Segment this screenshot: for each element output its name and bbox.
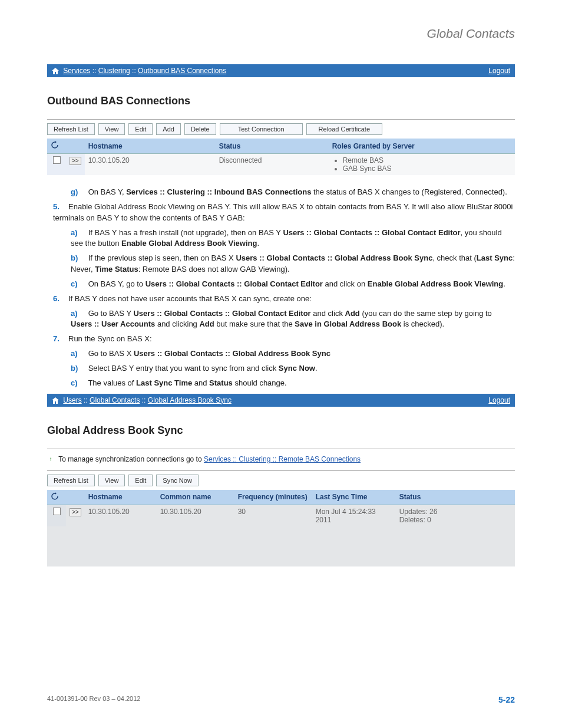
toolbar-2: Refresh List View Edit Sync Now [47,475,515,486]
divider [47,449,515,449]
breadcrumb-link[interactable]: Clustering [98,67,130,75]
table-row[interactable]: >> 10.30.105.20 Disconnected Remote BAS … [47,154,515,176]
breadcrumb-link[interactable]: Users [63,396,81,404]
section-title-outbound: Outbound BAS Connections [47,95,515,107]
refresh-icon-header[interactable] [47,490,66,505]
breadcrumb-sep: :: [142,396,148,404]
row-checkbox[interactable] [53,156,61,164]
table-row[interactable]: >> 10.30.105.20 10.30.105.20 30 Mon Jul … [47,505,515,526]
cell-common: 10.30.105.20 [157,505,234,526]
instruction-7: 7.Run the Sync on BAS X: [53,334,515,345]
view-button[interactable]: View [98,123,125,135]
instruction-6: 6.If BAS Y does not have user accounts t… [53,294,515,305]
page-footer: 41-001391-00 Rev 03 – 04.2012 5-22 [47,695,515,704]
cell-roles: Remote BAS GAB Sync BAS [329,154,515,176]
expand-button[interactable]: >> [70,508,81,516]
row-checkbox[interactable] [53,508,61,515]
footer-rev: 41-001391-00 Rev 03 – 04.2012 [47,695,140,704]
breadcrumb-sep: :: [92,67,98,75]
instruction-7c: c) The values of Last Sync Time and Stat… [71,378,515,389]
home-icon[interactable] [52,396,59,402]
instruction-5a: a) If BAS Y has a fresh install (not upg… [71,228,515,250]
breadcrumb-sep: :: [132,67,138,75]
breadcrumb-link[interactable]: Services [63,67,90,75]
instruction-5b: b) If the previous step is seen, then on… [71,253,515,275]
gab-sync-table: Hostname Common name Frequency (minutes)… [47,490,515,566]
refresh-icon-header[interactable] [47,139,66,154]
col-last: Last Sync Time [312,490,396,505]
role-item: Remote BAS [343,156,511,164]
logout-link[interactable]: Logout [488,396,510,404]
cell-hostname: 10.30.105.20 [85,505,157,526]
test-connection-button[interactable]: Test Connection [220,123,303,135]
breadcrumb-sep: :: [84,396,90,404]
info-line: ↑ To manage synchronization connections … [47,453,515,470]
col-status: Status [216,139,329,154]
instruction-g: g) On BAS Y, Services :: Clustering :: I… [71,187,515,198]
reload-certificate-button[interactable]: Reload Certificate [306,123,382,135]
col-common: Common name [157,490,234,505]
outbound-table: Hostname Status Roles Granted by Server … [47,139,515,175]
cell-hostname: 10.30.105.20 [85,154,216,176]
breadcrumb-bar-1: Services :: Clustering :: Outbound BAS C… [47,64,515,77]
delete-button[interactable]: Delete [184,123,216,135]
divider [47,470,515,471]
instruction-5c: c) On BAS Y, go to Users :: Global Conta… [71,279,515,290]
instruction-7a: a) Go to BAS X Users :: Global Contacts … [71,348,515,360]
footer-page-number: 5-22 [498,695,515,704]
col-freq: Frequency (minutes) [234,490,312,505]
view-button[interactable]: View [98,475,125,486]
col-roles: Roles Granted by Server [329,139,515,154]
edit-button[interactable]: Edit [128,123,153,135]
refresh-list-button[interactable]: Refresh List [47,475,95,486]
logout-link[interactable]: Logout [488,67,510,75]
section-title-gab-sync: Global Address Book Sync [47,424,515,437]
col-status: Status [396,490,515,505]
cell-last: Mon Jul 4 15:24:33 2011 [312,505,396,526]
cell-status: Disconnected [216,154,329,176]
role-item: GAB Sync BAS [343,164,511,173]
col-hostname: Hostname [85,490,157,505]
toolbar-1: Refresh List View Edit Add Delete Test C… [47,123,515,135]
refresh-list-button[interactable]: Refresh List [47,123,95,135]
divider [47,119,515,120]
page-header-title: Global Contacts [47,27,515,41]
instruction-5: 5.Enable Global Address Book Viewing on … [53,202,515,224]
cell-freq: 30 [234,505,312,526]
sync-now-button[interactable]: Sync Now [156,475,199,486]
cell-status: Updates: 26 Deletes: 0 [396,505,515,526]
instruction-6a: a) Go to BAS Y Users :: Global Contacts … [71,308,515,331]
col-hostname: Hostname [85,139,216,154]
up-arrow-icon: ↑ [47,456,54,463]
breadcrumb-link[interactable]: Global Contacts [90,396,140,404]
breadcrumb-bar-2: Users :: Global Contacts :: Global Addre… [47,394,515,407]
home-icon[interactable] [52,67,59,73]
breadcrumb-link[interactable]: Global Address Book Sync [148,396,232,404]
remote-bas-link[interactable]: Services :: Clustering :: Remote BAS Con… [204,455,361,463]
instruction-7b: b) Select BAS Y entry that you want to s… [71,363,515,374]
edit-button[interactable]: Edit [128,475,153,486]
add-button[interactable]: Add [156,123,181,135]
expand-button[interactable]: >> [70,157,81,165]
breadcrumb-link[interactable]: Outbound BAS Connections [138,67,226,75]
